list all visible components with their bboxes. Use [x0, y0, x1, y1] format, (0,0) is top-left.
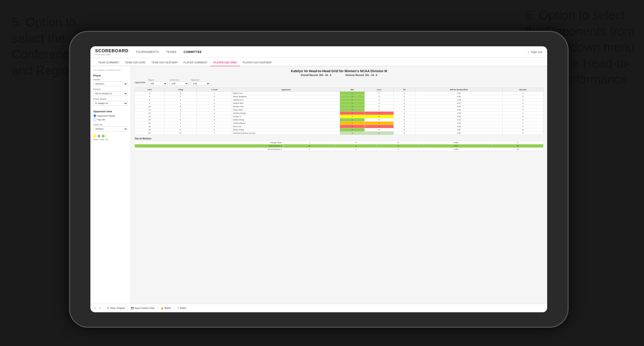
nav-item-committee[interactable]: COMMITTEE: [184, 49, 202, 55]
toolbar-sep-3: [158, 306, 158, 311]
radio-top100[interactable]: Top 100: [93, 118, 128, 121]
table-row: 18 2 2 Euna Lee 0 3 0 -5.00 2: [135, 125, 543, 128]
col-opponent: Opponent: [232, 88, 340, 92]
h2h-table: # Div # Reg # Conf Opponent Win Loss Tie…: [135, 88, 543, 135]
filter-region-group: Region (All): [148, 79, 167, 86]
col-diff: Diff Av Strokes/Rnd: [415, 88, 502, 92]
nav-item-tournaments[interactable]: TOURNAMENTS: [136, 49, 159, 55]
nav-item-teams[interactable]: TEAMS: [166, 49, 176, 55]
sidebar-player-title: Player: [93, 74, 128, 77]
filter-conference-group: Conference (All): [170, 79, 189, 86]
colour-dots: [93, 135, 128, 138]
nav-right: | Sign out: [528, 49, 542, 55]
sub-nav-team-h2h-heatmap[interactable]: TEAM H2H HEATMAP: [148, 59, 180, 66]
filter-conference-label: Conference: [170, 79, 189, 81]
tablet-frame: SCOREBOARD Powered by clippd TOURNAMENTS…: [69, 31, 568, 328]
out-of-division-table: Foreign Team 1 0 0 4.500 2 NAIA Division…: [135, 141, 543, 151]
sub-nav-player-h2h-grid[interactable]: PLAYER H2H GRID: [210, 59, 240, 66]
save-custom-btn[interactable]: 💾 Save Custom View: [131, 307, 155, 310]
table-row: 20 11 7 Federica Domecq Lacroze 2 1 0 1.…: [135, 132, 543, 135]
opponent-view-label: Opponent view: [93, 110, 128, 113]
share-icon: ↗: [177, 307, 179, 310]
division-record: Division Record: 331 - 34 - 6: [346, 74, 377, 76]
colour-by-select[interactable]: Win/loss: [93, 127, 128, 131]
dot-grey: [98, 135, 100, 138]
table-row: 10 6 3 Andrea York 2 0 0 4.00 4: [135, 105, 543, 108]
filter-row: Opponents: Region (All) Conference (All): [135, 79, 543, 86]
opponents-label: Opponents:: [135, 81, 146, 84]
filter-opponent-group: Opponent (All): [191, 79, 210, 86]
table-row: 5 2 2 Alexis Sudjianto 1 0 0 4.00 3: [135, 95, 543, 98]
colour-by-label: Colour by: [93, 124, 128, 126]
filter-region-select[interactable]: (All): [148, 81, 167, 86]
table-row: 15 8 5 Stella Cheng 1 0 0 1.25 4: [135, 118, 543, 122]
logo-sub: Powered by clippd: [95, 53, 128, 56]
col-div: # Div: [135, 88, 164, 92]
undo-icon[interactable]: ↩: [94, 307, 96, 310]
col-win: Win: [340, 88, 365, 92]
table-row: 14 7 4 Eunice Yi 2 2 0 0.38 9: [135, 115, 543, 118]
nav-separator: |: [528, 51, 528, 53]
out-table-row: Foreign Team 1 0 0 4.500 2: [135, 141, 543, 144]
col-loss: Loss: [365, 88, 394, 92]
logo-main: SCOREBOARD: [95, 48, 128, 53]
save-icon: 💾: [131, 307, 134, 310]
table-row: 6 3 3 Sydney Kuo 1 0 0 -1.00 3: [135, 98, 543, 102]
player-rank-select[interactable]: 8. Katelyn Vo: [93, 101, 128, 106]
out-table-row: NCAA Division 2 5 0 0 7.400 10: [135, 148, 543, 151]
dot-yellow: [93, 135, 96, 138]
sidebar-gender-label: Gender: [93, 78, 128, 81]
records-row: Overall Record: 353 - 34 - 6 Division Re…: [135, 74, 543, 76]
filter-conference-select[interactable]: (All): [170, 81, 189, 86]
overall-record: Overall Record: 353 - 34 - 6: [301, 74, 331, 76]
radio-opponents-played[interactable]: Opponents Played: [93, 114, 128, 117]
col-reg: # Reg: [164, 88, 196, 92]
share-btn[interactable]: ↗ Share: [177, 307, 186, 310]
col-conf: # Conf: [196, 88, 232, 92]
table-row: 13 1 1 Jessica Huang 0 2 0 -3.00 2: [135, 112, 543, 115]
filter-region-label: Region: [148, 79, 167, 81]
scoreboard-logo: SCOREBOARD Powered by clippd: [95, 48, 128, 56]
opponent-view-section: Opponent view Opponents Played Top 100: [93, 110, 128, 121]
view-original-btn[interactable]: 👁 View: Original: [107, 307, 125, 310]
table-row: 19 0 6 Emily Chang 4 0 0 0.30 11: [135, 128, 543, 132]
radio-group: Opponents Played Top 100: [93, 114, 128, 121]
table-row: 16 3 4 Jessica Mason 1 2 0 -0.94 7: [135, 122, 543, 125]
bottom-toolbar: ↩ ↪ 👁 View: Original 💾 Save Custom View …: [90, 304, 547, 312]
sub-nav-team-summary[interactable]: TEAM SUMMARY: [95, 59, 122, 66]
redo-icon[interactable]: ↪: [99, 307, 101, 310]
toolbar-sep-1: [104, 306, 104, 311]
sub-nav-player-summary[interactable]: PLAYER SUMMARY: [180, 59, 210, 66]
sidebar-division-label: Division: [93, 88, 128, 90]
table-row: 3 3 1 Esther Lee 1 0 0 1.50 4: [135, 92, 543, 95]
division-select[interactable]: NCAA Division III: [93, 91, 128, 96]
colour-section: Colour by Win/loss Down Level Up: [93, 124, 128, 141]
toolbar-sep-2: [128, 306, 128, 311]
out-table-row: NAIA Division 1 15 0 0 9.267 30: [135, 144, 543, 148]
filter-opponent-label: Opponent: [191, 79, 210, 81]
out-of-division-header: Out of division: [135, 137, 543, 140]
sidebar: Last Updated: 27/03/2024 10:44 Player Ge…: [90, 66, 131, 304]
sub-nav-team-h2h-grid[interactable]: TEAM H2H GRID: [122, 59, 148, 66]
main-content: Last Updated: 27/03/2024 10:44 Player Ge…: [90, 66, 547, 304]
sign-out-button[interactable]: Sign out: [531, 49, 542, 55]
filter-opponent-select[interactable]: (All): [191, 81, 210, 86]
table-row: 11 2 5 Heejo Hyun 1 0 0 3.33 3: [135, 108, 543, 112]
grid-title: Katelyn Vo Head-to-Head Grid for Women's…: [135, 69, 543, 73]
top-nav: SCOREBOARD Powered by clippd TOURNAMENTS…: [90, 46, 547, 58]
table-row: 9 1 4 Sharon Mun 1 0 0 3.67 3: [135, 102, 543, 105]
eye-icon: 👁: [107, 307, 109, 310]
sub-nav-player-h2h-heatmap[interactable]: PLAYER H2H HEATMAP: [240, 59, 275, 66]
last-updated: Last Updated: 27/03/2024 10:44: [93, 69, 128, 71]
dot-green: [102, 135, 105, 138]
sidebar-player-rank-label: Player (Rank): [93, 98, 128, 100]
tablet-screen: SCOREBOARD Powered by clippd TOURNAMENTS…: [90, 46, 547, 312]
legend-row: Down Level Up: [93, 139, 128, 141]
sub-nav: TEAM SUMMARY TEAM H2H GRID TEAM H2H HEAT…: [90, 58, 547, 66]
nav-items: TOURNAMENTS TEAMS COMMITTEE: [136, 49, 528, 55]
gender-select[interactable]: Women's: [93, 81, 128, 86]
toolbar-sep-4: [174, 306, 174, 311]
col-tie: Tie: [394, 88, 415, 92]
watch-btn[interactable]: 🔔 Watch: [160, 307, 171, 310]
grid-area: Katelyn Vo Head-to-Head Grid for Women's…: [131, 66, 547, 304]
